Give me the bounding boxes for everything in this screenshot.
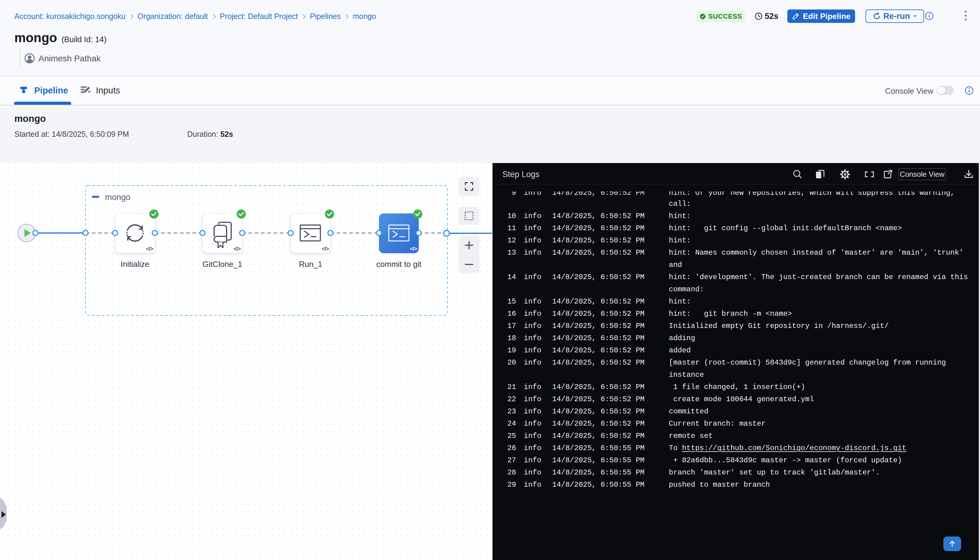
svg-text:GitClone_1: GitClone_1 <box>202 260 242 269</box>
svg-text:mongo: mongo <box>105 193 130 202</box>
svg-text:</>: </> <box>410 246 417 252</box>
svg-text:commit to git: commit to git <box>376 260 422 269</box>
svg-text:Initialize: Initialize <box>121 260 149 269</box>
svg-text:</>: </> <box>146 246 153 252</box>
svg-text:</>: </> <box>322 246 329 252</box>
svg-text:Run_1: Run_1 <box>299 260 322 269</box>
svg-text:</>: </> <box>233 246 241 252</box>
